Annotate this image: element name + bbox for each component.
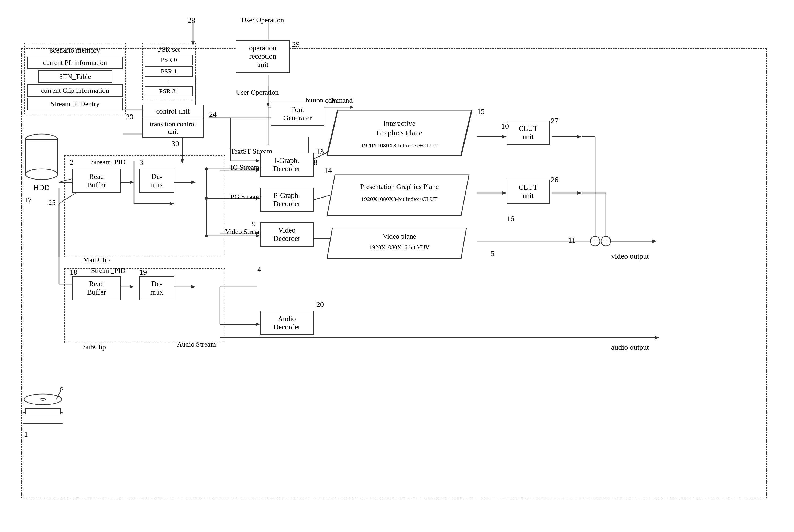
demux-2-label: De-mux [150,280,163,296]
num-30: 30 [172,139,179,148]
ig-plane-container: Interactive Graphics Plane 1920X1080X8-b… [327,110,477,159]
svg-point-109 [40,398,45,400]
clut-bottom-box: CLUTunit [507,179,550,204]
num-25: 25 [48,198,56,207]
audio-decoder-label: AudioDecorder [273,315,300,331]
num-9: 9 [252,220,256,228]
transition-control-label: transition control unit [143,118,203,137]
svg-text:Video plane: Video plane [383,232,416,240]
num-26: 26 [551,175,559,184]
pgraph-decoder-label: P-Graph.Decorder [273,191,300,208]
svg-point-103 [25,169,58,179]
disc-svg [21,378,64,432]
num-28: 28 [188,16,195,25]
svg-text:1920X1080X8-bit index+CLUT: 1920X1080X8-bit index+CLUT [361,196,438,202]
num-2: 2 [70,158,73,167]
font-generater-label: FontGenerater [283,106,312,122]
num-20: 20 [316,300,324,309]
num-5: 5 [491,249,494,258]
svg-text:Presentation Graphics Plane: Presentation Graphics Plane [360,183,438,191]
audio-decoder-box: AudioDecorder [260,311,314,335]
demux-1-label: De-mux [150,173,163,189]
stn-table-box: STN_Table [38,71,112,83]
svg-text:1920X1080X16-bit YUV: 1920X1080X16-bit YUV [370,244,430,251]
video-decoder-box: VideoDecorder [260,223,314,247]
num-12: 12 [327,96,335,105]
read-buffer-2-box: ReadBuffer [72,276,121,300]
num-23: 23 [126,113,133,121]
video-plane-svg: Video plane 1920X1080X16-bit YUV [327,228,477,260]
video-decoder-label: VideoDecorder [273,226,300,243]
num-16: 16 [507,214,514,223]
video-stream-label: Video Stream [225,228,263,236]
pg-plane-container: Presentation Graphics Plane 1920X1080X8-… [327,174,477,218]
svg-rect-107 [25,409,60,414]
num-13: 13 [316,147,324,156]
psr0-box: PSR 0 [145,55,193,65]
svg-marker-116 [327,174,469,216]
pg-stream-label: PG Stream [230,193,261,201]
operation-reception-unit-label: operationreceptionunit [249,44,276,69]
hdd-container: HDD [24,131,59,192]
read-buffer-1-box: ReadBuffer [72,169,121,193]
clut-top-box: CLUTunit [507,120,550,145]
stream-pid-1-label: Stream_PID [91,158,126,166]
num-3: 3 [139,158,143,167]
audio-output-label: audio output [611,343,649,352]
user-operation-mid-label: User Operation [236,89,279,96]
num-1: 1 [24,430,67,438]
read-buffer-1-label: ReadBuffer [87,173,106,189]
pg-plane-svg: Presentation Graphics Plane 1920X1080X8-… [327,174,477,217]
user-operation-top-label: User Operation [241,16,284,24]
video-plane-container: Video plane 1920X1080X16-bit YUV [327,228,477,261]
stream-pid-2-label: Stream_PID [91,267,126,275]
psr-set-label: PSR set [145,45,193,54]
ig-plane-svg: Interactive Graphics Plane 1920X1080X8-b… [327,110,477,158]
num-17: 17 [24,196,32,204]
psr31-box: PSR 31 [145,86,193,96]
svg-text:1920X1080X8-bit index+CLUT: 1920X1080X8-bit index+CLUT [361,142,438,149]
clut-top-label: CLUTunit [519,125,538,141]
num-24: 24 [209,110,216,118]
demux-1-box: De-mux [139,169,174,193]
psr-dots: : [145,78,193,85]
stream-pid-entry-box: Stream_PIDentry [27,98,123,110]
control-unit-label: control unit [143,105,203,118]
font-generater-box: FontGenerater [271,102,324,126]
read-buffer-2-label: ReadBuffer [87,280,106,296]
current-pl-box: current PL information [27,57,123,69]
igraph-decoder-label: I-Graph.Decorder [273,156,300,173]
mainclip-label: MainClip [83,256,110,264]
num-29: 29 [292,40,300,49]
igraph-decoder-box: I-Graph.Decorder [260,153,314,177]
num-18: 18 [70,268,77,277]
clut-bottom-label: CLUTunit [519,183,538,200]
demux-2-box: De-mux [139,276,174,300]
num-15: 15 [477,107,485,116]
video-output-label: video output [611,252,649,261]
operation-reception-unit-box: operationreceptionunit [236,40,289,73]
pgraph-decoder-box: P-Graph.Decorder [260,188,314,212]
scenario-memory-label: scenario memory [27,46,123,54]
ig-stream-label: IG Stream [230,164,260,172]
scenario-memory-box: scenario memory current PL information S… [24,43,126,114]
svg-point-111 [60,387,63,390]
num-4: 4 [257,265,261,274]
num-19: 19 [139,268,147,277]
psr1-box: PSR 1 [145,66,193,77]
control-unit-box: control unit transition control unit [142,104,204,138]
disc-container: 1 [21,378,64,441]
num-11: 11 [568,236,575,244]
num-10: 10 [501,122,509,131]
num-14: 14 [324,166,332,175]
current-clip-box: current Clip information [27,84,123,97]
subclip-label: SubClip [83,343,106,351]
svg-text:Interactive: Interactive [383,119,416,128]
svg-text:Graphics Plane: Graphics Plane [377,129,422,137]
num-8: 8 [314,158,317,167]
psr-set-box: PSR set PSR 0 PSR 1 : PSR 31 [142,43,196,100]
hdd-svg [24,131,59,185]
num-27: 27 [551,117,559,125]
